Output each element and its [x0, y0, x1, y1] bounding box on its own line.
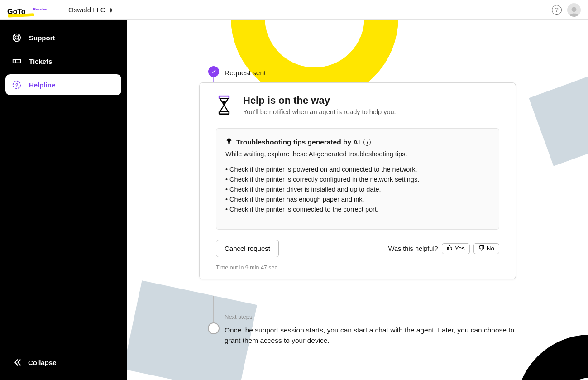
sidebar-item-label: Tickets	[29, 58, 52, 65]
svg-text:GoTo: GoTo	[7, 8, 26, 15]
sidebar-item-label: Support	[29, 34, 55, 42]
logo: GoTo Resolve	[7, 0, 59, 19]
feedback-yes-button[interactable]: Yes	[442, 243, 470, 254]
svg-line-8	[14, 39, 16, 41]
check-icon	[208, 66, 219, 77]
lifebuoy-icon	[12, 33, 22, 43]
svg-text:Resolve: Resolve	[33, 7, 48, 11]
sidebar: Support Tickets ? Helpline Collapse	[0, 20, 127, 380]
timeline-line	[213, 296, 214, 323]
feedback-question: Was this helpful?	[388, 245, 438, 252]
updown-icon: ▲▼	[109, 7, 113, 13]
svg-point-3	[572, 7, 577, 12]
sidebar-item-helpline[interactable]: ? Helpline	[5, 74, 121, 95]
card-subtitle: You'll be notified when an agent is read…	[243, 108, 396, 115]
goto-logo-icon: GoTo Resolve	[7, 7, 51, 19]
tip-item: • Check if the printer is connected to t…	[225, 206, 490, 213]
tips-title: Troubleshooting tips generated by AI	[236, 138, 360, 146]
svg-line-9	[18, 39, 20, 41]
help-icon[interactable]: ?	[552, 5, 562, 15]
cancel-request-button[interactable]: Cancel request	[216, 240, 279, 257]
svg-line-6	[14, 35, 16, 37]
collapse-label: Collapse	[28, 359, 57, 366]
org-switcher[interactable]: Oswald LLC ▲▼	[68, 6, 113, 14]
org-name: Oswald LLC	[68, 6, 105, 14]
svg-text:?: ?	[15, 82, 19, 88]
collapse-icon	[12, 357, 22, 367]
timeout-text: Time out in 9 min 47 sec	[216, 265, 499, 271]
next-steps-label: Next steps:	[225, 313, 519, 320]
sidebar-item-tickets[interactable]: Tickets	[5, 51, 121, 72]
helpline-icon: ?	[12, 80, 22, 90]
tip-item: • Check if the printer is correctly conf…	[225, 176, 490, 183]
hourglass-icon	[216, 95, 232, 117]
next-steps-text: Once the support session starts, you can…	[225, 325, 519, 346]
ticket-icon	[12, 56, 22, 66]
circle-icon	[208, 322, 220, 334]
svg-line-7	[18, 35, 20, 37]
thumbs-up-icon	[447, 245, 453, 252]
main-content: Request sent	[127, 20, 588, 380]
tip-item: • Check if the printer is powered on and…	[225, 166, 490, 173]
next-steps: Next steps: Once the support session sta…	[225, 313, 519, 346]
collapse-button[interactable]: Collapse	[5, 352, 121, 373]
tips-subtitle: While waiting, explore these AI-generate…	[225, 150, 490, 158]
request-sent-label: Request sent	[225, 69, 266, 77]
tips-list: • Check if the printer is powered on and…	[225, 166, 490, 213]
tip-item: • Check if the printer has enough paper …	[225, 196, 490, 203]
sidebar-item-label: Helpline	[29, 81, 55, 89]
info-icon[interactable]: i	[363, 139, 371, 146]
avatar[interactable]	[567, 3, 581, 17]
tip-item: • Check if the printer driver is install…	[225, 186, 490, 193]
svg-rect-12	[228, 143, 230, 143]
sidebar-item-support[interactable]: Support	[5, 27, 121, 48]
lightbulb-icon	[225, 138, 233, 147]
svg-point-5	[15, 36, 18, 39]
tips-box: Troubleshooting tips generated by AI i W…	[216, 128, 499, 230]
thumbs-down-icon	[478, 245, 484, 252]
feedback-no-button[interactable]: No	[473, 243, 499, 254]
card-title: Help is on the way	[243, 95, 396, 106]
topbar: GoTo Resolve Oswald LLC ▲▼ ?	[0, 0, 588, 20]
help-card: Help is on the way You'll be notified wh…	[199, 82, 516, 279]
